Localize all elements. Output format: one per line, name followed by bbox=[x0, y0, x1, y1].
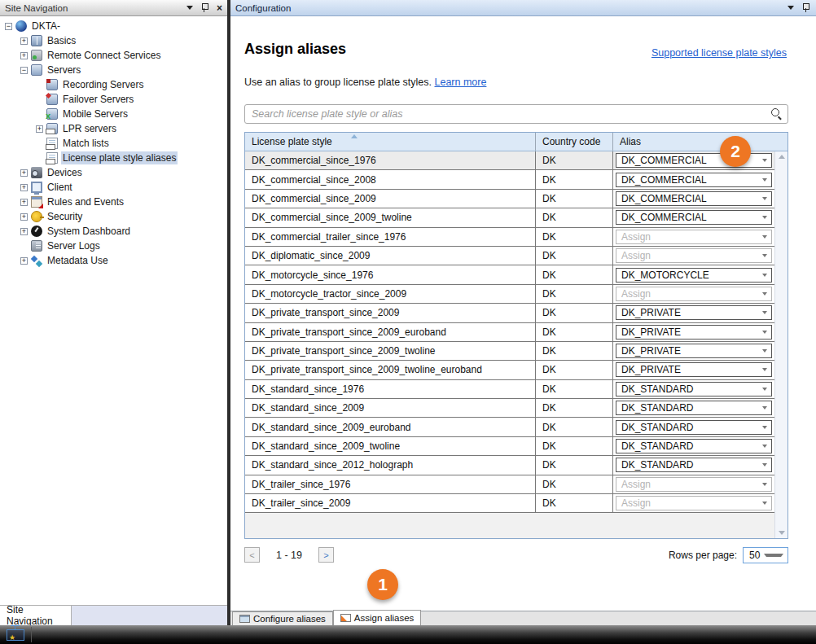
alias-select[interactable]: Assign bbox=[616, 496, 772, 510]
table-row[interactable]: DK_commercial_since_1976DKDK_COMMERCIAL bbox=[245, 151, 774, 170]
alias-select[interactable]: Assign bbox=[616, 287, 772, 301]
expand-icon[interactable]: + bbox=[20, 52, 28, 59]
tree-item-license-plate-aliases[interactable]: License plate style aliases bbox=[0, 151, 227, 165]
table-row[interactable]: DK_private_transport_since_2009_euroband… bbox=[245, 323, 774, 342]
alias-select[interactable]: DK_STANDARD bbox=[616, 401, 772, 415]
tree-item-mobile-servers[interactable]: Mobile Servers bbox=[0, 107, 227, 121]
tree-item-server-logs[interactable]: Server Logs bbox=[0, 239, 227, 253]
table-scrollbar[interactable] bbox=[774, 151, 787, 538]
rows-per-page-select[interactable]: 50 bbox=[743, 547, 788, 563]
alias-cell: DK_COMMERCIAL bbox=[613, 170, 774, 188]
alias-select[interactable]: DK_COMMERCIAL bbox=[616, 173, 772, 187]
panel-menu-icon[interactable] bbox=[787, 6, 794, 10]
column-header-alias[interactable]: Alias bbox=[613, 133, 787, 151]
expand-icon[interactable]: + bbox=[20, 257, 28, 265]
table-row[interactable]: DK_diplomatic_since_2009DKAssign bbox=[245, 247, 774, 265]
country-code-cell: DK bbox=[536, 361, 613, 379]
scroll-up-icon[interactable] bbox=[779, 155, 785, 159]
management-client-window: Site Navigation × −DKTA-+Basics+Remote C… bbox=[0, 0, 816, 644]
tree-item-metadata-use[interactable]: +Metadata Use bbox=[0, 253, 227, 268]
chevron-down-icon bbox=[762, 197, 767, 200]
tab-assign-aliases[interactable]: Assign aliases bbox=[333, 610, 422, 625]
remote-connect-icon bbox=[31, 50, 42, 61]
table-row[interactable]: DK_commercial_since_2008DKDK_COMMERCIAL bbox=[245, 170, 774, 189]
column-header-country-code[interactable]: Country code bbox=[536, 133, 613, 151]
pin-icon[interactable] bbox=[802, 3, 809, 12]
alias-select[interactable]: Assign bbox=[616, 248, 772, 263]
license-plate-style-cell: DK_commercial_since_2009 bbox=[245, 190, 536, 208]
alias-select[interactable]: DK_MOTORCYCLE bbox=[616, 268, 772, 283]
table-row[interactable]: DK_standard_since_2012_holographDKDK_STA… bbox=[245, 456, 774, 475]
table-row[interactable]: DK_commercial_since_2009DKDK_COMMERCIAL bbox=[245, 190, 774, 208]
tree-item-client[interactable]: +Client bbox=[0, 180, 227, 195]
alias-select[interactable]: Assign bbox=[616, 477, 772, 492]
table-row[interactable]: DK_standard_since_2009DKDK_STANDARD bbox=[245, 399, 774, 418]
search-icon[interactable] bbox=[770, 107, 782, 119]
collapse-icon[interactable]: − bbox=[20, 67, 28, 74]
alias-select[interactable]: DK_PRIVATE bbox=[616, 325, 772, 340]
sort-ascending-icon bbox=[351, 134, 358, 138]
tree-item-basics[interactable]: +Basics bbox=[0, 33, 227, 48]
alias-select[interactable]: DK_PRIVATE bbox=[616, 344, 772, 358]
alias-select[interactable]: DK_STANDARD bbox=[616, 382, 772, 396]
table-row[interactable]: DK_standard_since_2009_twolineDKDK_STAND… bbox=[245, 437, 774, 456]
tree-item-site[interactable]: −DKTA- bbox=[0, 19, 227, 33]
tree-item-match-lists[interactable]: Match lists bbox=[0, 136, 227, 151]
table-row[interactable]: DK_motorcycle_tractor_since_2009DKAssign bbox=[245, 285, 774, 304]
alias-cell: DK_COMMERCIAL bbox=[613, 208, 774, 226]
tree-item-servers[interactable]: −Servers bbox=[0, 63, 227, 77]
alias-cell: DK_STANDARD bbox=[613, 456, 774, 474]
supported-license-plate-styles-link[interactable]: Supported license plate styles bbox=[651, 47, 787, 59]
table-row[interactable]: DK_standard_since_2009_eurobandDKDK_STAN… bbox=[245, 418, 774, 436]
alias-select[interactable]: DK_PRIVATE bbox=[616, 362, 772, 377]
expand-icon[interactable]: + bbox=[20, 169, 28, 177]
alias-select[interactable]: DK_PRIVATE bbox=[616, 305, 772, 320]
expand-icon[interactable]: + bbox=[20, 37, 28, 45]
table-row[interactable]: DK_trailer_since_1976DKAssign bbox=[245, 475, 774, 494]
alias-select[interactable]: Assign bbox=[616, 230, 772, 244]
alias-select[interactable]: DK_COMMERCIAL bbox=[616, 210, 772, 225]
tree-item-system-dashboard[interactable]: +System Dashboard bbox=[0, 224, 227, 239]
license-plate-style-cell: DK_commercial_since_2009_twoline bbox=[245, 208, 536, 226]
tree-item-failover-servers[interactable]: Failover Servers bbox=[0, 92, 227, 107]
alias-select[interactable]: DK_COMMERCIAL bbox=[616, 191, 772, 206]
table-row[interactable]: DK_commercial_since_2009_twolineDKDK_COM… bbox=[245, 208, 774, 227]
search-input[interactable] bbox=[244, 104, 788, 124]
expand-icon[interactable]: + bbox=[20, 199, 28, 206]
prev-page-button[interactable]: < bbox=[244, 547, 260, 563]
tree-item-rules-events[interactable]: +Rules and Events bbox=[0, 195, 227, 209]
next-page-button[interactable]: > bbox=[318, 547, 334, 563]
table-row[interactable]: DK_trailer_since_2009DKAssign bbox=[245, 494, 774, 513]
table-row[interactable]: DK_private_transport_since_2009_twolineD… bbox=[245, 342, 774, 361]
collapse-icon[interactable]: − bbox=[5, 23, 12, 30]
failover-servers-icon bbox=[46, 94, 58, 105]
tree-item-remote-connect[interactable]: +Remote Connect Services bbox=[0, 48, 227, 63]
column-header-license-plate-style[interactable]: License plate style bbox=[245, 133, 536, 151]
alias-select[interactable]: DK_STANDARD bbox=[616, 458, 772, 472]
table-row[interactable]: DK_private_transport_since_2009_twoline_… bbox=[245, 361, 774, 379]
tab-configure-aliases[interactable]: Configure aliases bbox=[232, 611, 333, 625]
expand-icon[interactable]: + bbox=[20, 184, 28, 191]
scroll-down-icon[interactable] bbox=[779, 531, 785, 535]
panel-menu-icon[interactable] bbox=[186, 6, 193, 10]
close-icon[interactable]: × bbox=[217, 4, 222, 12]
table-row[interactable]: DK_motorcycle_since_1976DKDK_MOTORCYCLE bbox=[245, 265, 774, 284]
alias-select[interactable]: DK_STANDARD bbox=[616, 420, 772, 435]
pin-icon[interactable] bbox=[201, 3, 208, 12]
tree-item-devices[interactable]: +Devices bbox=[0, 165, 227, 180]
tab-site-navigation[interactable]: Site Navigation bbox=[0, 606, 72, 625]
tree-item-security[interactable]: +Security bbox=[0, 209, 227, 224]
alias-select[interactable]: DK_STANDARD bbox=[616, 439, 772, 453]
alias-value: DK_PRIVATE bbox=[621, 345, 762, 357]
table-row[interactable]: DK_commercial_trailer_since_1976DKAssign bbox=[245, 228, 774, 247]
table-row[interactable]: DK_private_transport_since_2009DKDK_PRIV… bbox=[245, 304, 774, 322]
tree-item-lpr-servers[interactable]: +LPR servers bbox=[0, 121, 227, 136]
expand-icon[interactable]: + bbox=[20, 228, 28, 235]
expand-icon[interactable]: + bbox=[20, 213, 28, 221]
expand-icon[interactable]: + bbox=[36, 125, 43, 133]
site-navigation-title: Site Navigation bbox=[5, 3, 186, 13]
country-code-cell: DK bbox=[536, 456, 613, 474]
tree-item-recording-servers[interactable]: Recording Servers bbox=[0, 77, 227, 92]
learn-more-link[interactable]: Learn more bbox=[434, 77, 486, 88]
table-row[interactable]: DK_standard_since_1976DKDK_STANDARD bbox=[245, 380, 774, 399]
